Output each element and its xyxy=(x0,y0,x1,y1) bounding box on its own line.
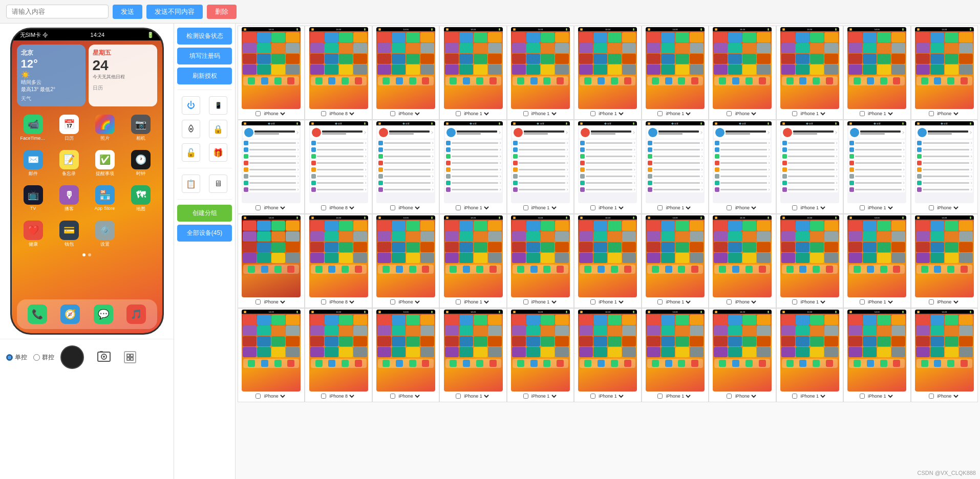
app-reminders[interactable]: ✅ 提醒事项 xyxy=(88,148,122,179)
device-cell[interactable]: 📶 14:24 🔋 iPhone 1 xyxy=(507,214,574,308)
device-cell[interactable]: 📶⚙️ 设置🔋 xyxy=(574,120,641,214)
device-checkbox[interactable] xyxy=(390,394,395,399)
device-checkbox[interactable] xyxy=(657,111,663,116)
device-name-select[interactable]: iPhone 1 xyxy=(529,111,558,117)
dock-music[interactable]: 🎵 xyxy=(125,302,147,326)
device-cell[interactable]: 📶 14:24 🔋 iPhone 1 xyxy=(642,214,709,308)
app-settings[interactable]: ⚙️ 设置 xyxy=(88,219,122,250)
device-checkbox[interactable] xyxy=(456,205,461,210)
device-cell[interactable]: 📶⚙️ 设置🔋 xyxy=(709,120,776,214)
device-checkbox[interactable] xyxy=(456,111,461,116)
power-icon-btn[interactable]: ⏻ xyxy=(182,96,200,115)
device-name-select[interactable]: iPhone xyxy=(396,393,421,399)
send-diff-button[interactable]: 发送不同内容 xyxy=(146,5,203,19)
device-checkbox[interactable] xyxy=(321,111,326,116)
device-cell[interactable]: 📶 14:24 🔋 iPhone xyxy=(709,308,776,402)
device-cell[interactable]: 📶⚙️ 设置🔋 xyxy=(439,120,506,214)
fill-code-btn[interactable]: 填写注册码 xyxy=(177,48,232,64)
device-name-select[interactable]: iPhone 1 xyxy=(866,205,894,211)
app-clock[interactable]: 🕐 时钟 xyxy=(123,148,158,179)
device-name-select[interactable]: iPhone 1 xyxy=(798,205,827,211)
device-checkbox[interactable] xyxy=(523,299,528,304)
device-name-select[interactable]: iPhone 1 xyxy=(596,393,625,399)
app-podcasts[interactable]: 🎙 播客 xyxy=(52,183,87,214)
device-name-select[interactable]: iPhone xyxy=(396,205,421,211)
device-checkbox[interactable] xyxy=(390,299,395,304)
device-checkbox[interactable] xyxy=(929,299,934,304)
device-name-select[interactable]: iPhone 1 xyxy=(462,299,491,305)
group-radio[interactable] xyxy=(33,354,40,361)
device-checkbox[interactable] xyxy=(523,111,528,116)
create-group-btn[interactable]: 创建分组 xyxy=(177,205,232,222)
device-name-select[interactable]: iPhone 1 xyxy=(462,205,491,211)
device-cell[interactable]: 📶 14:24 🔋 iPhone 1 xyxy=(843,214,910,308)
device-name-select[interactable]: iPhone xyxy=(733,299,758,305)
app-photos[interactable]: 🌈 照片 xyxy=(88,113,122,144)
device-checkbox[interactable] xyxy=(657,394,663,399)
device-name-select[interactable]: iPhone 1 xyxy=(866,299,894,305)
device-cell[interactable]: 📶 14:24 🔋 iPhone 1 xyxy=(439,26,506,120)
device-checkbox[interactable] xyxy=(792,111,797,116)
device-cell[interactable]: 📶⚙️ 设置🔋 xyxy=(238,120,305,214)
device-cell[interactable]: 📶 14:24 🔋 iPhone 8 xyxy=(305,214,372,308)
device-checkbox[interactable] xyxy=(657,299,663,304)
device-name-select[interactable]: iPhone xyxy=(396,111,421,117)
device-checkbox[interactable] xyxy=(860,299,865,304)
device-name-select[interactable]: iPhone xyxy=(935,393,960,399)
device-name-select[interactable]: iPhone 1 xyxy=(462,393,491,399)
device-name-select[interactable]: iPhone 8 xyxy=(327,205,356,211)
device-cell[interactable]: 📶 14:24 🔋 iPhone 1 xyxy=(574,26,641,120)
device-checkbox[interactable] xyxy=(860,111,865,116)
device-name-select[interactable]: iPhone 1 xyxy=(664,299,692,305)
device-cell[interactable]: 📶 14:24 🔋 iPhone 1 xyxy=(439,214,506,308)
device-name-select[interactable]: iPhone xyxy=(935,299,960,305)
monitor-icon-btn[interactable]: 🖥 xyxy=(209,175,227,193)
device-name-select[interactable]: iPhone 1 xyxy=(664,205,692,211)
device-checkbox[interactable] xyxy=(590,205,595,210)
device-cell[interactable]: 📶⚙️ 设置🔋 xyxy=(305,120,372,214)
device-checkbox[interactable] xyxy=(390,111,395,116)
device-name-select[interactable]: iPhone 1 xyxy=(798,393,827,399)
device-checkbox[interactable] xyxy=(590,394,595,399)
device-checkbox[interactable] xyxy=(255,394,261,399)
all-devices-btn[interactable]: 全部设备(45) xyxy=(177,225,232,242)
device-cell[interactable]: 📶 14:24 🔋 iPhone xyxy=(238,26,305,120)
device-cell[interactable]: 📶 14:24 🔋 iPhone xyxy=(238,214,305,308)
single-radio[interactable] xyxy=(6,354,13,361)
app-appstore[interactable]: 🏪 App Store xyxy=(88,183,122,214)
device-cell[interactable]: 📶 14:24 🔋 iPhone 1 xyxy=(507,308,574,402)
device-checkbox[interactable] xyxy=(390,205,395,210)
device-cell[interactable]: 📶⚙️ 设置🔋 xyxy=(507,120,574,214)
app-facetime[interactable]: 📹 FaceTime通话 xyxy=(16,113,51,144)
device-checkbox[interactable] xyxy=(523,394,528,399)
device-name-select[interactable]: iPhone 1 xyxy=(664,393,692,399)
message-input[interactable] xyxy=(6,5,109,18)
home-button[interactable] xyxy=(60,345,84,369)
device-checkbox[interactable] xyxy=(727,299,732,304)
device-cell[interactable]: 📶 14:24 🔋 iPhone xyxy=(372,308,439,402)
device-name-select[interactable]: iPhone xyxy=(262,111,287,117)
app-maps[interactable]: 🗺 地图 xyxy=(123,183,158,214)
device-name-select[interactable]: iPhone xyxy=(262,299,287,305)
device-cell[interactable]: 📶 14:24 🔋 iPhone 1 xyxy=(439,308,506,402)
device-checkbox[interactable] xyxy=(523,205,528,210)
dock-safari[interactable]: 🧭 xyxy=(59,302,81,326)
device-name-select[interactable]: iPhone 1 xyxy=(866,393,894,399)
device-checkbox[interactable] xyxy=(929,205,934,210)
device-checkbox[interactable] xyxy=(255,111,261,116)
gesture-icon-btn[interactable] xyxy=(182,120,200,138)
device-name-select[interactable]: iPhone xyxy=(262,393,287,399)
device-name-select[interactable]: iPhone 8 xyxy=(327,111,356,117)
device-cell[interactable]: 📶 14:24 🔋 iPhone 1 xyxy=(776,26,843,120)
device-name-select[interactable]: iPhone 1 xyxy=(529,393,558,399)
device-name-select[interactable]: iPhone xyxy=(733,111,758,117)
device-cell[interactable]: 📶 14:24 🔋 iPhone 1 xyxy=(642,26,709,120)
device-checkbox[interactable] xyxy=(255,299,261,304)
app-mail[interactable]: ✉️ 邮件 xyxy=(16,148,51,179)
device-name-select[interactable]: iPhone xyxy=(733,205,758,211)
device-name-select[interactable]: iPhone 1 xyxy=(664,111,692,117)
detect-status-btn[interactable]: 检测设备状态 xyxy=(177,28,232,45)
device-cell[interactable]: 📶 14:24 🔋 iPhone xyxy=(709,214,776,308)
device-cell[interactable]: 📶⚙️ 设置🔋 xyxy=(911,120,978,214)
dock-phone[interactable]: 📞 xyxy=(27,302,48,326)
